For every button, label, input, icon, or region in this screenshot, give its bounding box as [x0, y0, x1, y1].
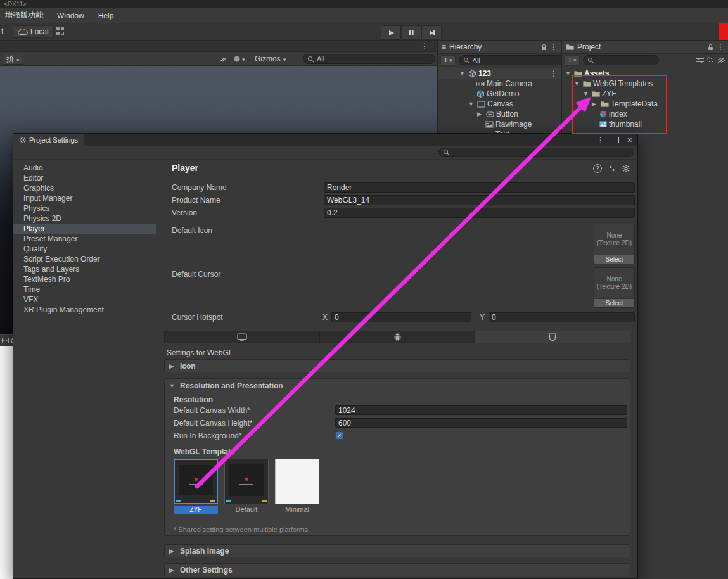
shaded-sphere-icon — [233, 55, 241, 63]
project-add-button[interactable]: + — [565, 55, 580, 66]
kebab-menu-icon[interactable] — [717, 42, 724, 51]
hierarchy-row-canvas[interactable]: Canvas — [438, 99, 561, 109]
shading-mode-dropdown[interactable] — [233, 54, 245, 63]
lock-icon[interactable] — [541, 44, 547, 51]
menu-item-enhanced[interactable]: 增强版功能 — [0, 10, 50, 21]
resolution-subheader: Resolution — [174, 395, 213, 405]
sidebar-item-input-manager[interactable]: Input Manager — [13, 193, 156, 203]
cloud-account-button[interactable]: Local — [13, 25, 54, 38]
sidebar-item-physics[interactable]: Physics — [13, 203, 156, 213]
sidebar-item-xr-plugin-management[interactable]: XR Plugin Management — [13, 305, 156, 315]
scene-search-input[interactable] — [317, 55, 431, 63]
template-thumbnail[interactable] — [224, 459, 269, 504]
project-search-field[interactable] — [583, 55, 659, 65]
sidebar-item-quality[interactable]: Quality — [13, 244, 156, 254]
template-card-zyf[interactable]: ZYF — [174, 459, 218, 504]
pause-button[interactable] — [401, 25, 421, 40]
scene-kebab-menu-icon[interactable] — [421, 42, 428, 51]
section-header-icon[interactable]: Icon — [164, 359, 630, 372]
section-header-other-settings[interactable]: Other Settings — [164, 563, 630, 576]
hierarchy-row-scene[interactable]: 123 — [438, 68, 561, 79]
hierarchy-row-rawimage[interactable]: RawImage — [438, 119, 561, 129]
version-field[interactable] — [324, 208, 635, 218]
sidebar-item-textmesh-pro[interactable]: TextMesh Pro — [13, 274, 156, 284]
page-title: Player — [172, 163, 198, 173]
foldout-icon[interactable] — [169, 363, 176, 369]
select-button[interactable]: Select — [594, 255, 634, 264]
gear-icon[interactable] — [622, 165, 630, 172]
section-header-splash-image[interactable]: Splash Image — [164, 544, 630, 557]
gizmos-dropdown[interactable]: Gizmos — [255, 54, 286, 63]
kebab-menu-icon[interactable] — [550, 69, 558, 78]
product-name-field[interactable] — [324, 195, 635, 205]
filter-sliders-icon[interactable] — [696, 57, 704, 63]
menu-item-help[interactable]: Help — [91, 11, 121, 20]
tab-platform-standalone[interactable] — [165, 331, 320, 343]
settings-search-field[interactable] — [438, 148, 634, 157]
section-header-resolution[interactable]: Resolution and Presentation — [165, 379, 630, 392]
template-card-default[interactable]: Default — [224, 459, 269, 504]
kebab-menu-icon[interactable] — [550, 42, 558, 51]
label-tag-icon[interactable] — [707, 57, 714, 64]
template-card-minimal[interactable]: Minimal — [275, 459, 319, 504]
tools-icon[interactable] — [219, 55, 228, 63]
sidebar-item-audio[interactable]: Audio — [13, 163, 156, 173]
canvas-height-field[interactable] — [335, 418, 627, 428]
foldout-icon[interactable] — [477, 111, 484, 117]
eye-hidden-icon[interactable] — [717, 57, 725, 63]
hierarchy-add-button[interactable]: + — [440, 55, 456, 66]
run-in-background-checkbox[interactable] — [335, 431, 343, 440]
step-button[interactable] — [421, 25, 442, 40]
search-icon — [443, 149, 450, 156]
scene-search-field[interactable] — [303, 54, 435, 64]
select-button[interactable]: Select — [594, 298, 634, 307]
scene-tool-dropdown[interactable]: 扴 — [3, 54, 23, 65]
sidebar-item-script-execution-order[interactable]: Script Execution Order — [13, 254, 156, 264]
hierarchy-row-button[interactable]: Button — [438, 109, 561, 119]
help-icon[interactable]: ? — [593, 164, 602, 173]
project-header[interactable]: Project — [562, 41, 728, 54]
hierarchy-row-getdemo[interactable]: GetDemo — [438, 89, 561, 99]
sidebar-item-preset-manager[interactable]: Preset Manager — [13, 234, 156, 244]
play-button[interactable] — [381, 25, 401, 40]
canvas-width-field[interactable] — [335, 405, 627, 415]
lock-icon[interactable] — [708, 44, 713, 51]
menu-item-window[interactable]: Window — [50, 11, 91, 20]
tab-platform-webgl[interactable] — [475, 331, 630, 343]
foldout-icon[interactable] — [169, 548, 176, 554]
sidebar-item-physics-2d[interactable]: Physics 2D — [13, 213, 156, 224]
foldout-icon[interactable] — [468, 101, 475, 107]
maximize-icon[interactable] — [613, 137, 619, 143]
kebab-menu-icon[interactable] — [597, 136, 604, 144]
sidebar-item-time[interactable]: Time — [13, 284, 156, 295]
settings-search-input[interactable] — [452, 149, 630, 156]
hierarchy-search-field[interactable] — [459, 55, 567, 65]
template-thumbnail[interactable] — [174, 459, 218, 504]
default-cursor-picker[interactable]: None (Texture 2D) Select — [594, 267, 635, 308]
sidebar-item-graphics[interactable]: Graphics — [13, 183, 156, 193]
sidebar-item-vfx[interactable]: VFX — [13, 295, 156, 305]
grid-layers-icon[interactable] — [56, 27, 65, 35]
project-search-input[interactable] — [597, 56, 655, 64]
default-icon-picker[interactable]: None (Texture 2D) Select — [594, 224, 635, 264]
hierarchy-search-input[interactable] — [473, 56, 563, 64]
foldout-icon[interactable] — [565, 70, 572, 77]
template-thumbnail[interactable] — [275, 459, 319, 504]
hotspot-y-field[interactable] — [489, 312, 635, 322]
sidebar-item-editor[interactable]: Editor — [13, 173, 156, 183]
tab-project-settings[interactable]: Project Settings — [13, 134, 84, 146]
company-name-field[interactable] — [324, 182, 635, 193]
hotspot-x-field[interactable] — [331, 312, 471, 322]
close-icon[interactable]: × — [627, 136, 632, 144]
game-view-content — [0, 346, 14, 579]
tab-platform-android[interactable] — [320, 331, 475, 343]
sidebar-item-tags-and-layers[interactable]: Tags and Layers — [13, 264, 156, 274]
sidebar-item-player[interactable]: Player — [13, 224, 156, 234]
hierarchy-row-main-camera[interactable]: Main Camera — [438, 79, 561, 89]
game-view-tab[interactable]: G — [0, 334, 14, 346]
preset-sliders-icon[interactable] — [608, 165, 616, 172]
foldout-icon[interactable] — [459, 70, 466, 77]
foldout-icon[interactable] — [169, 567, 176, 573]
hierarchy-header[interactable]: ≡ Hierarchy — [438, 41, 561, 54]
foldout-icon[interactable] — [169, 383, 176, 389]
